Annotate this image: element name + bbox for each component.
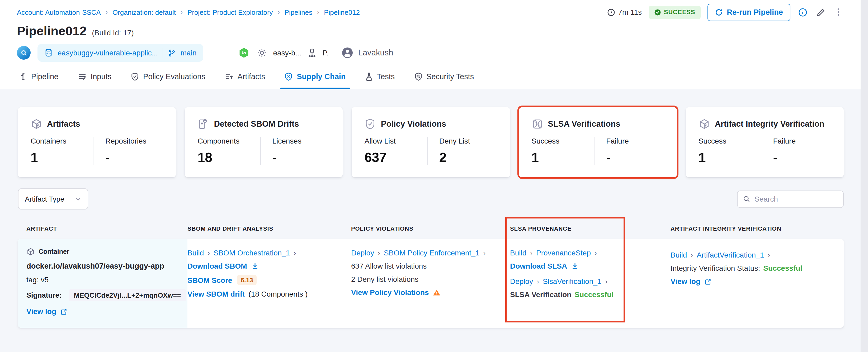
tab-supply-chain[interactable]: Supply Chain <box>283 65 347 89</box>
artifact-tag: tag: v5 <box>26 276 180 284</box>
view-policy-violations-link[interactable]: View Policy Violations <box>351 288 429 296</box>
search-box <box>737 190 844 208</box>
breadcrumb-project[interactable]: Project: Product Exploratory <box>187 8 273 16</box>
trigger-gear-icon <box>257 47 268 58</box>
slsa-stage1-link[interactable]: Build <box>510 249 526 257</box>
sbom-score-badge: 6.13 <box>237 275 257 285</box>
search-input[interactable] <box>754 195 850 203</box>
pipeline-icon <box>19 72 27 81</box>
download-icon <box>251 262 259 270</box>
refresh-icon <box>715 8 722 16</box>
sbom-score-link[interactable]: SBOM Score <box>187 276 232 284</box>
tab-policy-evaluations[interactable]: Policy Evaluations <box>130 65 206 89</box>
metric-label: Deny List <box>439 137 497 145</box>
tab-artifacts[interactable]: Artifacts <box>224 65 267 89</box>
edit-pencil-icon[interactable] <box>815 7 826 18</box>
integrity-step-link[interactable]: ArtifactVerification_1 <box>697 251 764 259</box>
metric-label: Repositories <box>105 137 163 145</box>
tab-pipeline[interactable]: Pipeline <box>18 65 59 89</box>
breadcrumb: Account: Automation-SSCA› Organization: … <box>17 8 360 16</box>
repo-name-link[interactable]: easybuggy-vulnerable-applic... <box>58 49 158 57</box>
flask-icon <box>365 72 373 81</box>
column-header-artifact: ARTIFACT <box>18 225 187 232</box>
breadcrumb-separator: › <box>181 8 183 16</box>
slsa-step2-link[interactable]: SlsaVerification_1 <box>543 277 601 286</box>
warning-icon <box>433 289 441 296</box>
signature-value[interactable]: MEQCICde2Vjl...L+2+mqnOXw== <box>69 289 186 301</box>
sbom-stage-link[interactable]: Build <box>187 249 204 257</box>
status-badge: SUCCESS <box>649 5 701 19</box>
shield-check-icon <box>131 72 139 81</box>
card-title: Artifacts <box>47 119 80 129</box>
column-header-sbom: SBOM AND DRIFT ANALYSIS <box>187 225 351 232</box>
allow-list-violations: 637 Allow list violations <box>351 262 503 270</box>
clock-icon <box>607 8 615 16</box>
card-title: SLSA Verifications <box>548 119 620 129</box>
metric-value: 637 <box>365 150 427 165</box>
column-header-artifact-integrity: ARTIFACT INTEGRITY VERIFICATION <box>671 225 844 232</box>
card-sbom-drifts: Detected SBOM Drifts Components18 Licens… <box>185 107 343 177</box>
slsa-step1-link[interactable]: ProvenanceStep <box>536 249 591 257</box>
column-header-slsa-provenance: SLSA PROVENANCE <box>510 225 671 232</box>
card-slsa-verifications: SLSA Verifications Success1 Failure- <box>519 107 677 177</box>
view-log-link[interactable]: View log <box>671 277 701 286</box>
card-policy-violations: Policy Violations Allow List637 Deny Lis… <box>352 107 510 177</box>
breadcrumb-separator: › <box>105 8 108 16</box>
policy-step-link[interactable]: SBOM Policy Enforcement_1 <box>384 249 480 257</box>
rerun-pipeline-button[interactable]: Re-run Pipeline <box>707 3 790 21</box>
breadcrumb-account[interactable]: Account: Automation-SSCA <box>17 8 101 16</box>
integrity-status-label: Integrity Verification Status: <box>671 264 760 272</box>
kebab-menu-icon[interactable] <box>833 6 844 18</box>
slsa-status-value: Successful <box>575 290 614 299</box>
delegate-name: P. <box>322 49 329 57</box>
breadcrumb-pipelines[interactable]: Pipelines <box>285 8 313 16</box>
view-log-link[interactable]: View log <box>26 307 56 316</box>
container-cube-icon <box>26 248 35 256</box>
cell-sbom-drift: Build › SBOM Orchestration_1 › Download … <box>187 239 351 328</box>
tab-security-tests[interactable]: Security Tests <box>413 65 475 89</box>
download-icon <box>571 262 579 270</box>
branch-link[interactable]: main <box>181 49 197 57</box>
tab-tests[interactable]: Tests <box>364 65 396 89</box>
metric-value: - <box>606 150 664 165</box>
artifact-type-dropdown[interactable]: Artifact Type <box>18 188 88 210</box>
tab-inputs[interactable]: Inputs <box>77 65 113 89</box>
integrity-stage-link[interactable]: Build <box>671 251 687 259</box>
sbom-step-link[interactable]: SBOM Orchestration_1 <box>214 249 290 257</box>
artifact-name: docker.io/lavakush07/easy-buggy-app <box>26 262 180 270</box>
cube-icon <box>699 118 710 130</box>
supply-chain-page: Account: Automation-SSCA› Organization: … <box>0 0 868 352</box>
card-artifact-integrity: Artifact Integrity Verification Success1… <box>686 107 844 177</box>
breadcrumb-separator: › <box>278 8 280 16</box>
policy-stage-link[interactable]: Deploy <box>351 249 374 257</box>
cube-icon <box>31 118 42 130</box>
cell-slsa-provenance: Build › ProvenanceStep › Download SLSA D… <box>510 239 671 328</box>
card-title: Artifact Integrity Verification <box>715 119 825 129</box>
metric-value: 1 <box>31 150 93 165</box>
metric-value: 2 <box>439 150 497 165</box>
tab-bar: Pipeline Inputs Policy Evaluations Artif… <box>0 65 868 89</box>
download-slsa-link[interactable]: Download SLSA <box>510 262 567 270</box>
run-duration: 7m 11s <box>607 8 642 17</box>
table-header-row: ARTIFACT SBOM AND DRIFT ANALYSIS POLICY … <box>18 222 844 239</box>
supply-chain-content: Artifacts Containers1 Repositories- Dete… <box>0 89 868 328</box>
pill-divider <box>163 48 163 58</box>
download-sbom-link[interactable]: Download SBOM <box>187 262 247 270</box>
metric-label: Failure <box>606 137 664 145</box>
breadcrumb-organization[interactable]: Organization: default <box>113 8 176 16</box>
cell-policy-violations: Deploy › SBOM Policy Enforcement_1 › 637… <box>351 239 510 328</box>
search-icon <box>743 195 750 203</box>
info-icon[interactable] <box>797 7 808 18</box>
slsa-shield-icon <box>531 118 543 130</box>
metric-value: 1 <box>531 150 594 165</box>
breadcrumb-pipeline012[interactable]: Pipeline012 <box>324 8 360 16</box>
repo-pill: easybuggy-vulnerable-applic... main <box>37 44 204 62</box>
view-sbom-drift-link[interactable]: View SBOM drift <box>187 290 245 298</box>
artifact-type-chip: Container <box>26 248 180 256</box>
scrollbar-gutter[interactable] <box>861 0 868 352</box>
cell-artifact-integrity: Build › ArtifactVerification_1 › Integri… <box>671 239 844 328</box>
slsa-stage2-link[interactable]: Deploy <box>510 277 533 286</box>
metric-label: Components <box>197 137 260 145</box>
trigger-name: easy-b... <box>273 49 302 57</box>
signature-label: Signature: <box>26 291 62 299</box>
